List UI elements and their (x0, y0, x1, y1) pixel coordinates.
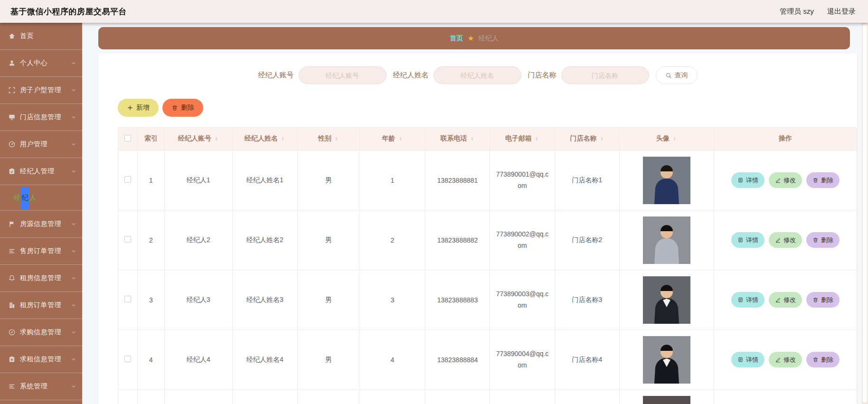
sidebar-item-home[interactable]: 首页 (0, 23, 82, 50)
row-checkbox[interactable] (124, 236, 131, 243)
delete-button[interactable]: 删除 (806, 292, 840, 308)
sidebar-item-label: 房子户型管理 (20, 86, 61, 94)
column-header: 年龄 (382, 135, 396, 142)
cell-gender: 男 (298, 150, 360, 210)
edit-button[interactable]: 修改 (769, 352, 802, 367)
cell-gender: 男 (298, 390, 360, 404)
sort-icon[interactable] (599, 136, 604, 141)
cell-age: 2 (360, 210, 425, 270)
search-input[interactable] (299, 66, 387, 84)
search-input[interactable] (561, 66, 649, 84)
delete-button[interactable]: 删除 (162, 99, 203, 117)
cell-avatar (620, 270, 714, 330)
building-icon (8, 301, 16, 309)
search-field-label: 门店名称 (528, 71, 557, 80)
sidebar-item-user-mgmt[interactable]: 用户管理 (0, 131, 82, 158)
scrollbar[interactable] (862, 23, 868, 404)
edit-button[interactable]: 修改 (769, 232, 802, 248)
cell-name: 经纪人姓名4 (233, 330, 298, 390)
chevron-down-icon (71, 329, 76, 335)
user-icon (8, 59, 16, 67)
table-row: 4经纪人4经纪人姓名4男413823888884773890004@qq.com… (118, 330, 857, 390)
toolbar: 新增 删除 (118, 99, 857, 117)
app-title: 基于微信小程序的房屋交易平台 (10, 6, 127, 17)
sort-icon[interactable] (398, 136, 403, 141)
sidebar-item-store-info[interactable]: 门店信息管理 (0, 104, 82, 131)
cell-actions: 详情修改删除 (714, 270, 857, 330)
search-icon (665, 72, 672, 79)
cell-index: 5 (138, 390, 165, 404)
column-header: 头像 (656, 135, 670, 142)
breadcrumb-home-link[interactable]: 首页 (450, 34, 463, 43)
breadcrumb: 首页 ★ 经纪人 (98, 27, 850, 49)
scrollbar-thumb[interactable] (863, 24, 867, 403)
clipboard-check-icon (8, 168, 16, 175)
edit-icon (775, 237, 781, 243)
chevron-down-icon (71, 141, 76, 147)
detail-button[interactable]: 详情 (731, 352, 764, 367)
sidebar-item-house-type[interactable]: 房子户型管理 (0, 77, 82, 104)
sort-icon[interactable] (470, 136, 475, 141)
chevron-down-icon (71, 221, 76, 227)
sidebar-item-buy-request[interactable]: 求购信息管理 (0, 319, 82, 346)
search-field: 经纪人账号 (258, 66, 387, 84)
bell-icon (8, 274, 16, 282)
cell-age: 3 (360, 270, 425, 330)
add-button[interactable]: 新增 (118, 99, 159, 117)
delete-button[interactable]: 删除 (806, 232, 840, 248)
cell-avatar (620, 150, 714, 210)
detail-button[interactable]: 详情 (731, 292, 764, 308)
sidebar-item-label: 求租信息管理 (20, 355, 61, 364)
detail-button[interactable]: 详情 (731, 232, 764, 248)
sidebar-item-listing-info[interactable]: 房源信息管理 (0, 211, 82, 238)
app-shell: 首页个人中心房子户型管理门店信息管理用户管理经纪人管理经纪人房源信息管理售房订单… (0, 23, 868, 404)
cell-age: 4 (360, 330, 425, 390)
add-button-label: 新增 (136, 103, 150, 112)
sidebar-item-label: 租房信息管理 (20, 274, 61, 282)
sidebar-item-rent-info[interactable]: 租房信息管理 (0, 265, 82, 292)
sort-icon[interactable] (280, 136, 285, 141)
logout-link[interactable]: 退出登录 (827, 7, 856, 16)
sort-icon[interactable] (214, 136, 219, 141)
cell-gender: 男 (298, 210, 360, 270)
table-row: 3经纪人3经纪人姓名3男313823888883773890003@qq.com… (118, 270, 857, 330)
sidebar-item-label: 房源信息管理 (20, 220, 61, 228)
sort-icon[interactable] (334, 136, 339, 141)
cell-gender: 男 (298, 330, 360, 390)
delete-button[interactable]: 删除 (806, 172, 840, 188)
cell-avatar (620, 210, 714, 270)
avatar (620, 396, 714, 404)
cell-email: 773890003@qq.com (490, 270, 555, 330)
cell-actions: 详情修改删除 (714, 210, 857, 270)
edit-icon (775, 357, 781, 363)
cell-actions: 详情修改删除 (714, 330, 857, 390)
delete-button-label: 删除 (181, 103, 194, 112)
cell-index: 4 (138, 330, 165, 390)
sidebar-item-agent-mgmt[interactable]: 经纪人管理 (0, 158, 82, 185)
detail-button[interactable]: 详情 (731, 172, 764, 188)
edit-button[interactable]: 修改 (769, 292, 802, 308)
cell-avatar (620, 330, 714, 390)
gauge-icon (8, 141, 16, 148)
sort-icon[interactable] (534, 136, 539, 141)
edit-button[interactable]: 修改 (769, 172, 802, 188)
flag-icon (8, 220, 16, 228)
row-checkbox[interactable] (124, 356, 131, 362)
query-button[interactable]: 查询 (656, 66, 698, 84)
sidebar-subitem-agent[interactable]: 经纪人 (0, 185, 82, 211)
delete-button[interactable]: 删除 (806, 352, 840, 367)
column-header: 性别 (318, 135, 331, 142)
search-input[interactable] (434, 66, 521, 84)
row-checkbox[interactable] (124, 176, 131, 183)
sidebar-item-rent-request[interactable]: 求租信息管理 (0, 346, 82, 373)
sidebar-item-label: 租房订单管理 (20, 301, 61, 310)
select-all-checkbox[interactable] (124, 135, 131, 141)
row-checkbox[interactable] (124, 296, 131, 302)
column-header: 索引 (144, 135, 158, 142)
sort-icon[interactable] (672, 136, 677, 141)
column-header: 门店名称 (570, 135, 597, 142)
sidebar-item-sale-orders[interactable]: 售房订单管理 (0, 238, 82, 265)
sidebar-item-rent-orders[interactable]: 租房订单管理 (0, 292, 82, 319)
sidebar-item-system[interactable]: 系统管理 (0, 373, 82, 400)
sidebar-item-profile[interactable]: 个人中心 (0, 50, 82, 77)
